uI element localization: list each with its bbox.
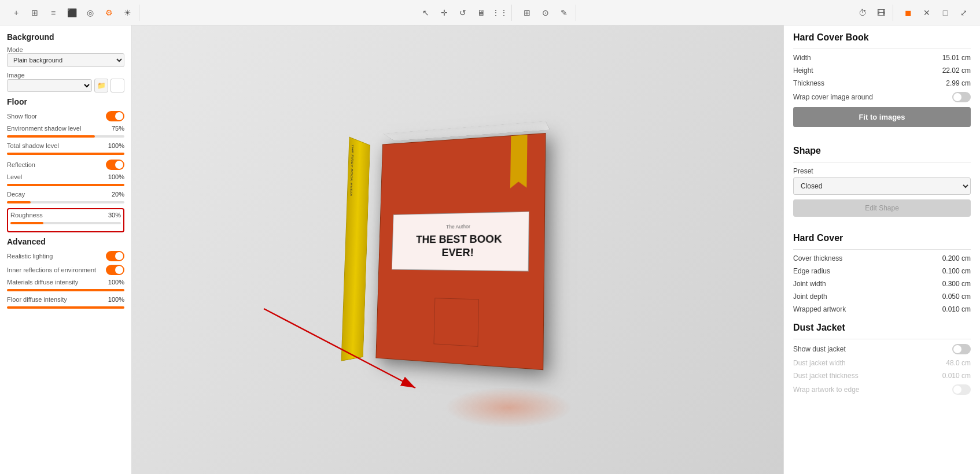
preset-dropdown[interactable]: Closed (793, 177, 971, 195)
floor-diffuse-label: Floor diffuse intensity (7, 296, 67, 303)
env-shadow-slider[interactable] (7, 135, 124, 138)
reflection-toggle[interactable] (106, 160, 124, 170)
network-tool[interactable]: ⋮⋮ (492, 5, 508, 21)
level-slider[interactable] (7, 184, 124, 186)
color-swatch[interactable] (110, 79, 124, 92)
target-icon[interactable]: ◎ (82, 5, 98, 21)
book-front: The Author THE BEST BOOKEVER! (375, 133, 546, 370)
env-shadow-value: 75% (112, 125, 124, 132)
show-floor-label: Show floor (7, 113, 37, 120)
shape-title: Shape (793, 146, 971, 156)
reflection-label: Reflection (7, 161, 35, 168)
add-icon[interactable]: + (8, 5, 24, 21)
joint-depth-value: 0.050 cm (942, 292, 971, 301)
canvas-area[interactable]: THE FIRST BOOK EVER! The Author THE BEST… (132, 25, 783, 474)
x-view-icon[interactable]: ✕ (919, 5, 935, 21)
inner-reflections-label: Inner reflections of environment (7, 266, 96, 273)
film-tool[interactable]: 🎞 (873, 5, 889, 21)
dust-jacket-width-row: Dust jacket width 48.0 cm (793, 359, 971, 367)
folder-icon[interactable]: 📁 (94, 79, 108, 92)
width-row: Width 15.01 cm (793, 54, 971, 62)
edit-shape-button[interactable]: Edit Shape (793, 199, 971, 217)
settings-icon[interactable]: ⚙ (101, 5, 117, 21)
env-shadow-row: Environment shadow level 75% (7, 125, 124, 132)
width-label: Width (793, 54, 811, 62)
thickness-row: Thickness 2.99 cm (793, 79, 971, 87)
right-panel: Hard Cover Book Width 15.01 cm Height 22… (783, 25, 980, 474)
video-icon[interactable]: ⬛ (64, 5, 80, 21)
menu-icon[interactable]: ≡ (45, 5, 61, 21)
show-floor-row: Show floor (7, 111, 124, 121)
sun-icon[interactable]: ☀ (119, 5, 135, 21)
width-value: 15.01 cm (942, 54, 971, 62)
show-dust-jacket-toggle[interactable] (952, 344, 971, 354)
dust-jacket-thickness-row: Dust jacket thickness 0.010 cm (793, 372, 971, 380)
roughness-slider[interactable] (10, 222, 121, 224)
edge-radius-row: Edge radius 0.100 cm (793, 267, 971, 275)
floor-reflection (445, 387, 572, 428)
wrap-toggle[interactable] (952, 92, 971, 102)
cover-thickness-label: Cover thickness (793, 254, 842, 262)
dust-jacket-width-value: 48.0 cm (946, 359, 971, 367)
mode-dropdown[interactable]: Plain background (7, 53, 124, 67)
dust-jacket-thickness-value: 0.010 cm (942, 372, 971, 380)
dust-jacket-width-label: Dust jacket width (793, 359, 846, 367)
layout-tool[interactable]: ⊞ (519, 5, 535, 21)
total-shadow-row: Total shadow level 100% (7, 142, 124, 149)
edit-tool[interactable]: ✎ (556, 5, 572, 21)
wrap-label: Wrap cover image around (793, 93, 873, 101)
advanced-title: Advanced (7, 237, 124, 246)
cursor-tool[interactable]: ↖ (418, 5, 434, 21)
realistic-lighting-row: Realistic lighting (7, 251, 124, 261)
show-dust-jacket-row: Show dust jacket (793, 344, 971, 354)
advanced-section: Advanced Realistic lighting Inner reflec… (7, 237, 124, 309)
decay-row: Decay 20% (7, 191, 124, 198)
roughness-row: Roughness 30% (10, 212, 121, 219)
background-section: Background Mode Plain background Image 📁 (7, 32, 124, 92)
edge-radius-value: 0.100 cm (942, 267, 971, 275)
left-tools: + ⊞ ≡ ⬛ ◎ ⚙ ☀ (5, 5, 139, 21)
height-label: Height (793, 66, 813, 75)
rotate-tool[interactable]: ↺ (455, 5, 471, 21)
decay-slider[interactable] (7, 201, 124, 203)
wrapped-artwork-row: Wrapped artwork 0.010 cm (793, 305, 971, 313)
floor-diffuse-slider[interactable] (7, 306, 124, 309)
image-row: 📁 (7, 79, 124, 92)
book-spine: THE FIRST BOOK EVER! (341, 136, 370, 361)
center-tools-2: ⊞ ⊙ ✎ (515, 5, 576, 21)
main-area: Background Mode Plain background Image 📁… (0, 25, 980, 474)
wrap-row: Wrap cover image around (793, 92, 971, 102)
image-select[interactable] (7, 79, 92, 92)
book-ribbon (510, 135, 528, 188)
thickness-value: 2.99 cm (946, 79, 971, 87)
book-title-label: The Author THE BEST BOOKEVER! (392, 212, 529, 272)
realistic-lighting-toggle[interactable] (106, 251, 124, 261)
image-label: Image (7, 72, 124, 79)
grid-icon[interactable]: ⊞ (27, 5, 43, 21)
show-floor-toggle[interactable] (106, 111, 124, 121)
search-tool[interactable]: ⊙ (537, 5, 554, 21)
floor-diffuse-row: Floor diffuse intensity 100% (7, 296, 124, 303)
floor-section: Floor Show floor Environment shadow leve… (7, 97, 124, 232)
wrap-artwork-toggle[interactable] (952, 384, 971, 395)
fit-to-images-button[interactable]: Fit to images (793, 107, 971, 127)
toolbar: + ⊞ ≡ ⬛ ◎ ⚙ ☀ ↖ ✛ ↺ 🖥 ⋮⋮ ⊞ ⊙ ✎ ⏱ 🎞 ◼ ✕ □… (0, 0, 980, 25)
joint-depth-label: Joint depth (793, 292, 827, 301)
left-panel: Background Mode Plain background Image 📁… (0, 25, 132, 474)
total-shadow-slider[interactable] (7, 153, 124, 155)
mode-label: Mode (7, 46, 124, 53)
inner-reflections-toggle[interactable] (106, 265, 124, 275)
clock-tool[interactable]: ⏱ (854, 5, 871, 21)
materials-diffuse-slider[interactable] (7, 289, 124, 291)
expand-view-icon[interactable]: ⤢ (956, 5, 972, 21)
screen-tool[interactable]: 🖥 (473, 5, 489, 21)
cube-view-icon[interactable]: ◼ (900, 5, 916, 21)
move-tool[interactable]: ✛ (436, 5, 452, 21)
inner-reflections-row: Inner reflections of environment (7, 265, 124, 275)
wrap-artwork-label: Wrap artwork to edge (793, 386, 860, 394)
decay-value: 20% (112, 191, 124, 198)
level-value: 100% (108, 173, 124, 180)
roughness-box: Roughness 30% (7, 208, 124, 232)
rect-view-icon[interactable]: □ (937, 5, 953, 21)
background-title: Background (7, 32, 124, 42)
